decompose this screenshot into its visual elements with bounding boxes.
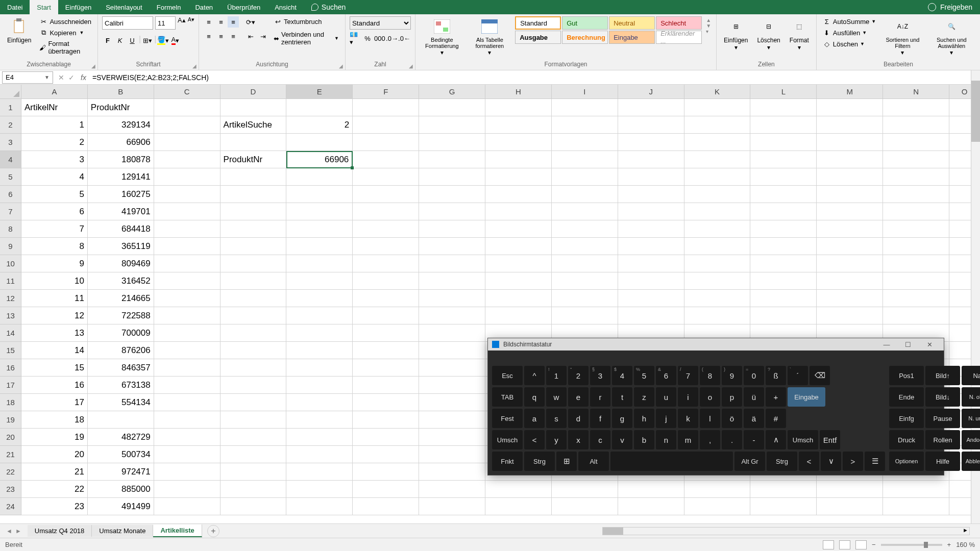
- zoom-out-icon[interactable]: −: [872, 541, 876, 548]
- cell-B10[interactable]: 809469: [88, 255, 154, 272]
- cell-J6[interactable]: [618, 186, 684, 203]
- cell-D9[interactable]: [220, 238, 287, 255]
- cell-D7[interactable]: [220, 203, 287, 220]
- cell-A1[interactable]: ArtikelNr: [21, 99, 88, 116]
- cell-H23[interactable]: [485, 481, 552, 498]
- cell-F19[interactable]: [353, 411, 419, 429]
- cell-I12[interactable]: [552, 290, 618, 307]
- column-header[interactable]: M: [817, 85, 883, 98]
- cell-D17[interactable]: [220, 377, 287, 394]
- cell-D19[interactable]: [220, 411, 287, 429]
- cell-A9[interactable]: 8: [21, 238, 88, 255]
- increase-decimal-icon[interactable]: .0→: [386, 33, 398, 44]
- cell-K8[interactable]: [684, 220, 751, 238]
- select-all-corner[interactable]: [0, 85, 21, 99]
- name-box[interactable]: E4▼: [2, 71, 53, 84]
- paste-button[interactable]: Einfügen: [4, 16, 34, 46]
- osk-key[interactable]: Strg: [524, 452, 555, 471]
- sheet-nav-next-icon[interactable]: ►: [15, 528, 21, 535]
- cell-D16[interactable]: [220, 359, 287, 377]
- osk-key[interactable]: Fest: [492, 409, 523, 428]
- cell-H1[interactable]: [485, 99, 552, 116]
- tell-me-search[interactable]: Suchen: [311, 3, 346, 11]
- cell-B6[interactable]: 160275: [88, 186, 154, 203]
- cell-C18[interactable]: [154, 394, 220, 411]
- cell-B5[interactable]: 129141: [88, 168, 154, 186]
- cell-E1[interactable]: [286, 99, 353, 116]
- cell-N4[interactable]: [883, 151, 949, 168]
- osk-key[interactable]: a: [524, 409, 545, 428]
- cell-G14[interactable]: [419, 324, 485, 342]
- cell-A4[interactable]: 3: [21, 151, 88, 168]
- cell-M13[interactable]: [817, 307, 883, 324]
- cell-M11[interactable]: [817, 272, 883, 290]
- sheet-tab[interactable]: Umsatz Monate: [92, 525, 153, 537]
- cell-C23[interactable]: [154, 481, 220, 498]
- cell-B15[interactable]: 876206: [88, 342, 154, 359]
- format-painter-button[interactable]: 🖌Format übertragen: [37, 39, 93, 56]
- cell-F8[interactable]: [353, 220, 419, 238]
- osk-key[interactable]: .: [722, 430, 742, 449]
- osk-key[interactable]: Hilfe: [925, 452, 960, 471]
- osk-key[interactable]: +: [766, 387, 786, 407]
- cell-D21[interactable]: [220, 446, 287, 463]
- style-scroll-down-icon[interactable]: ▼: [706, 23, 711, 29]
- cell-style-standard[interactable]: Standard: [515, 16, 561, 30]
- osk-key[interactable]: v: [612, 430, 632, 449]
- fill-color-button[interactable]: 🪣▾: [157, 35, 168, 46]
- cell-B8[interactable]: 684418: [88, 220, 154, 238]
- cell-A7[interactable]: 6: [21, 203, 88, 220]
- cell-G19[interactable]: [419, 411, 485, 429]
- osk-key[interactable]: Fnkt: [492, 452, 523, 471]
- cell-style-eingabe[interactable]: Eingabe: [609, 31, 655, 44]
- osk-key[interactable]: Entf: [820, 430, 840, 449]
- align-center-icon[interactable]: ≡: [215, 31, 227, 42]
- style-scroll-up-icon[interactable]: ▲: [706, 17, 711, 23]
- clear-button[interactable]: ◇Löschen▼: [821, 39, 878, 49]
- cell-J9[interactable]: [618, 238, 684, 255]
- cell-K5[interactable]: [684, 168, 751, 186]
- cell-J2[interactable]: [618, 116, 684, 134]
- cell-K2[interactable]: [684, 116, 751, 134]
- osk-key[interactable]: Bild↑: [925, 366, 960, 385]
- cell-C20[interactable]: [154, 429, 220, 446]
- cell-N8[interactable]: [883, 220, 949, 238]
- cell-A23[interactable]: 22: [21, 481, 88, 498]
- cell-I10[interactable]: [552, 255, 618, 272]
- cell-M8[interactable]: [817, 220, 883, 238]
- osk-key[interactable]: m: [678, 430, 698, 449]
- row-header[interactable]: 16: [0, 359, 21, 377]
- osk-key[interactable]: w: [546, 387, 567, 407]
- cell-M5[interactable]: [817, 168, 883, 186]
- osk-key[interactable]: <: [799, 452, 819, 471]
- cell-I6[interactable]: [552, 186, 618, 203]
- cell-F17[interactable]: [353, 377, 419, 394]
- cell-M23[interactable]: [817, 481, 883, 498]
- cell-A10[interactable]: 9: [21, 255, 88, 272]
- format-as-table-button[interactable]: Als Tabelle formatieren▾: [468, 16, 512, 58]
- column-header[interactable]: H: [485, 85, 552, 98]
- view-page-layout-icon[interactable]: [839, 540, 850, 549]
- cell-H9[interactable]: [485, 238, 552, 255]
- align-left-icon[interactable]: ≡: [203, 31, 214, 42]
- close-icon[interactable]: ✕: [919, 339, 940, 349]
- cell-G16[interactable]: [419, 359, 485, 377]
- cell-C22[interactable]: [154, 463, 220, 481]
- cell-D1[interactable]: [220, 99, 287, 116]
- cell-B22[interactable]: 972471: [88, 463, 154, 481]
- row-header[interactable]: 24: [0, 498, 21, 515]
- cell-C19[interactable]: [154, 411, 220, 429]
- cell-B13[interactable]: 722588: [88, 307, 154, 324]
- cell-H5[interactable]: [485, 168, 552, 186]
- osk-key[interactable]: Optionen: [889, 452, 924, 471]
- cell-E21[interactable]: [286, 446, 353, 463]
- font-name-input[interactable]: [102, 16, 153, 30]
- cell-B1[interactable]: ProduktNr: [88, 99, 154, 116]
- osk-key[interactable]: p: [722, 387, 742, 407]
- cell-G9[interactable]: [419, 238, 485, 255]
- cell-A18[interactable]: 17: [21, 394, 88, 411]
- osk-key[interactable]: j: [656, 409, 676, 428]
- cell-L5[interactable]: [750, 168, 817, 186]
- view-normal-icon[interactable]: [823, 540, 834, 549]
- view-page-break-icon[interactable]: [855, 540, 867, 549]
